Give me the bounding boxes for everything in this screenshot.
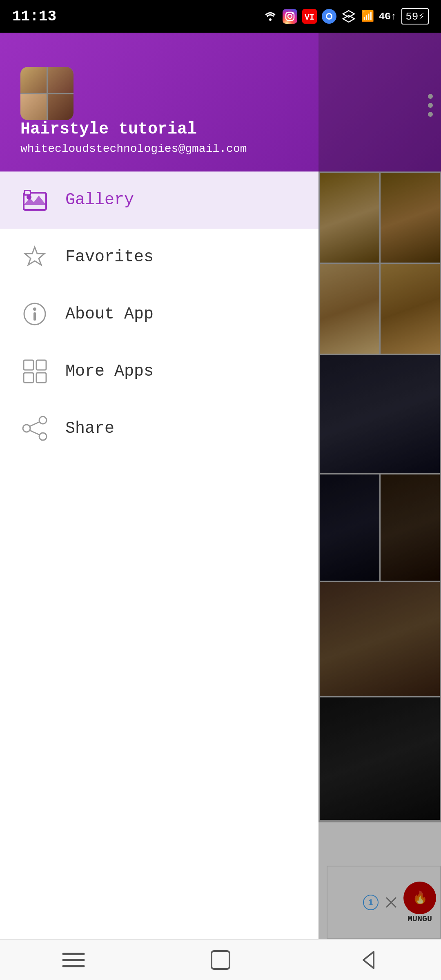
- grid-icon: [20, 357, 49, 386]
- status-bar: 11:13 VI: [0, 0, 441, 33]
- status-icons: VI 📶 4G↑ 59⚡: [263, 8, 429, 24]
- instagram-icon: [283, 9, 297, 24]
- svg-point-33: [39, 433, 47, 440]
- about-label: About App: [65, 305, 154, 323]
- app-email: whitecloudstechnologies@gmail.com: [20, 143, 298, 155]
- svg-rect-28: [36, 360, 46, 370]
- navigation-bar: [0, 939, 441, 980]
- svg-rect-1: [283, 9, 297, 24]
- app-name: Hairstyle tutorial: [20, 120, 298, 138]
- wifi-icon: [263, 9, 278, 24]
- more-apps-label: More Apps: [65, 362, 154, 381]
- svg-point-32: [23, 425, 30, 432]
- star-icon: [20, 243, 49, 272]
- gallery-icon: [20, 186, 49, 214]
- share-icon: [20, 414, 49, 443]
- svg-marker-11: [343, 16, 354, 22]
- svg-marker-10: [343, 11, 354, 17]
- favorites-label: Favorites: [65, 248, 154, 266]
- share-label: Share: [65, 419, 114, 438]
- app-icon: [20, 67, 74, 120]
- svg-point-31: [39, 416, 47, 424]
- menu-item-gallery[interactable]: Gallery: [0, 172, 318, 229]
- nav-back-button[interactable]: [351, 948, 384, 972]
- status-time: 11:13: [12, 8, 56, 25]
- menu-item-favorites[interactable]: Favorites: [0, 229, 318, 286]
- signal-indicator: 📶: [361, 10, 374, 23]
- layers-icon: [341, 9, 356, 24]
- svg-point-9: [327, 14, 331, 18]
- svg-text:VI: VI: [305, 13, 314, 22]
- vi-icon: VI: [302, 9, 317, 24]
- svg-marker-40: [363, 952, 374, 968]
- chrome-icon: [322, 9, 336, 24]
- svg-rect-22: [25, 191, 30, 194]
- nav-menu-button[interactable]: [57, 948, 90, 972]
- info-icon: [20, 300, 49, 329]
- drawer-header: Hairstyle tutorial whitecloudstechnologi…: [0, 33, 318, 172]
- svg-rect-26: [33, 312, 36, 321]
- svg-rect-29: [24, 373, 33, 383]
- svg-line-34: [30, 422, 40, 426]
- drawer-menu: Gallery Favorites: [0, 172, 318, 939]
- svg-point-0: [269, 18, 272, 21]
- gallery-label: Gallery: [65, 191, 134, 209]
- main-content: i 🔥 MUNGU Hairstyle t: [0, 33, 441, 939]
- battery-indicator: 59⚡: [401, 8, 429, 24]
- svg-point-4: [292, 13, 294, 14]
- svg-rect-27: [24, 360, 33, 370]
- svg-rect-39: [212, 951, 229, 969]
- menu-item-about[interactable]: About App: [0, 286, 318, 343]
- svg-rect-30: [36, 373, 46, 383]
- svg-line-35: [30, 430, 40, 435]
- menu-item-more-apps[interactable]: More Apps: [0, 343, 318, 400]
- svg-marker-23: [25, 247, 45, 265]
- network-type: 4G↑: [379, 11, 396, 22]
- nav-home-button[interactable]: [204, 948, 237, 972]
- menu-item-share[interactable]: Share: [0, 400, 318, 457]
- svg-point-25: [33, 307, 36, 311]
- navigation-drawer: Hairstyle tutorial whitecloudstechnologi…: [0, 33, 318, 939]
